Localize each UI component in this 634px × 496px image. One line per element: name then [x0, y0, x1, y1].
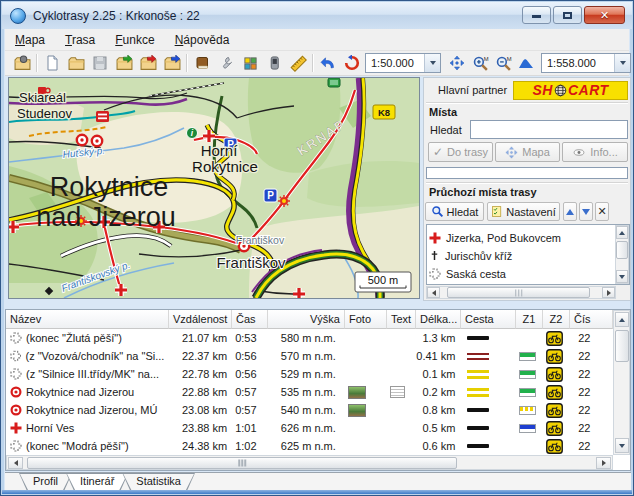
table-row[interactable]: (konec "Žlutá pěší") 21.07 km 0:53 580 m… — [6, 329, 613, 347]
close-button[interactable]: ✕ — [584, 6, 625, 24]
map-scale-indicator: 500 m — [355, 272, 411, 292]
col-vzdalenost[interactable]: Vzdálenost — [169, 310, 232, 329]
map-scale-combo[interactable]: 1:50.000 — [365, 53, 441, 73]
combo-arrow-icon[interactable] — [614, 54, 630, 72]
list-item[interactable]: Jizerka, Pod Bukovcem — [429, 229, 561, 246]
tab-itinerar[interactable]: Itinerář — [66, 473, 128, 491]
table-row[interactable]: Rokytnice nad Jizerou, MÚ 23.08 km 0:57 … — [6, 401, 613, 419]
folder-arrow-blue-icon — [164, 55, 181, 72]
titlebar[interactable]: Cyklotrasy 2.25 : Krkonoše : 22 ✕ — [2, 2, 632, 29]
text-note-icon[interactable] — [390, 386, 405, 398]
toolbar-separator — [36, 54, 38, 72]
col-foto[interactable]: Foto — [345, 310, 387, 329]
col-text[interactable]: Text — [387, 310, 416, 329]
folder-arrow-green-icon — [116, 55, 133, 72]
open-archive-button[interactable] — [11, 52, 33, 74]
pan-button[interactable] — [446, 52, 468, 74]
open-route-button[interactable] — [65, 52, 87, 74]
scroll-thumb[interactable] — [27, 457, 457, 469]
col-cesta[interactable]: Cesta — [461, 310, 516, 329]
poi-geocache-icon — [328, 78, 340, 87]
col-cas[interactable]: Čas — [232, 310, 268, 329]
route-settings-button[interactable]: Nastavení — [487, 202, 560, 221]
map-canvas[interactable]: i P P K8 Skiareál Studenov Rokytnice — [9, 78, 419, 298]
undo-button[interactable] — [317, 52, 339, 74]
ruler-icon — [290, 55, 307, 72]
menu-trasa[interactable]: Trasa — [55, 30, 105, 50]
scroll-left-button[interactable] — [8, 457, 23, 469]
list-hscrollbar[interactable] — [426, 286, 616, 299]
settings-wrench-button[interactable] — [215, 52, 237, 74]
list-item[interactable]: Saská cesta — [429, 265, 506, 282]
table-row[interactable]: (konec "Modrá pěší") 24.38 km 1:02 625 m… — [6, 437, 613, 455]
route-search-button[interactable]: Hledat — [425, 202, 484, 221]
col-z1[interactable]: Z1 — [516, 310, 543, 329]
cross-icon — [429, 250, 440, 261]
legend-grid-button[interactable] — [239, 52, 261, 74]
scroll-thumb[interactable] — [447, 287, 590, 298]
col-delka[interactable]: Délka... — [416, 310, 461, 329]
scroll-thumb[interactable] — [615, 330, 629, 362]
scroll-up-button[interactable] — [616, 226, 628, 239]
tab-profil[interactable]: Profil — [19, 473, 72, 491]
scroll-down-button[interactable] — [615, 438, 629, 453]
table-row[interactable]: (z "Silnice III.třídy/MK" na... 22.78 km… — [6, 365, 613, 383]
new-route-button[interactable] — [41, 52, 63, 74]
save-route-button[interactable] — [89, 52, 111, 74]
combo-arrow-icon[interactable] — [424, 54, 440, 72]
table-vscrollbar[interactable] — [613, 310, 630, 455]
overview-scale-combo[interactable]: 1:558.000 — [541, 53, 631, 73]
scroll-right-button[interactable] — [596, 457, 611, 469]
col-z2[interactable]: Z2 — [543, 310, 570, 329]
places-search-input[interactable] — [470, 120, 628, 139]
list-item[interactable]: Nad Mýtem, Polubný — [429, 282, 543, 285]
road-type-icon — [467, 408, 489, 412]
table-row[interactable]: Rokytnice nad Jizerou 22.88 km 0:57 535 … — [6, 383, 613, 401]
list-vscrollbar[interactable] — [615, 225, 629, 284]
profile-button[interactable] — [515, 52, 537, 74]
list-item[interactable]: Jurischův kříž — [429, 247, 512, 264]
svg-text:500 m: 500 m — [368, 274, 399, 286]
photo-thumbnail[interactable] — [348, 386, 366, 399]
zoom-out-button[interactable]: M — [492, 52, 514, 74]
table-row[interactable]: (z "Vozová/chodník" na "Si... 22.37 km 0… — [6, 347, 613, 365]
scroll-down-button[interactable] — [616, 270, 628, 283]
col-vyska[interactable]: Výška — [268, 310, 345, 329]
menu-funkce[interactable]: Funkce — [105, 30, 164, 50]
minimize-button[interactable] — [522, 6, 551, 24]
menu-mapa[interactable]: Mapa — [5, 30, 55, 50]
delete-point-button[interactable]: ✕ — [595, 202, 609, 221]
menu-napoveda[interactable]: Nápověda — [165, 30, 240, 50]
maximize-button[interactable] — [553, 6, 582, 24]
import-blue-button[interactable] — [161, 52, 183, 74]
table-row[interactable]: Horní Ves 23.88 km 1:01 626 m n.m. 0.5 k… — [6, 419, 613, 437]
scroll-right-button[interactable] — [602, 287, 615, 298]
svg-text:K8: K8 — [378, 107, 390, 118]
import-red-button[interactable] — [137, 52, 159, 74]
map-panel: i P P K8 Skiareál Studenov Rokytnice — [8, 77, 420, 299]
move-down-button[interactable] — [579, 202, 593, 221]
bike-route-badge — [546, 367, 563, 382]
bike-route-badge — [546, 421, 563, 436]
road-type-icon — [467, 370, 489, 379]
to-route-button[interactable]: ✓ Do trasy — [428, 142, 493, 162]
up-arrow-icon — [566, 209, 574, 215]
col-nazev[interactable]: Název — [6, 310, 169, 329]
redo-button[interactable] — [341, 52, 363, 74]
col-cis[interactable]: Čís — [570, 310, 613, 329]
show-on-map-button[interactable]: Mapa — [495, 142, 560, 162]
legend-book-button[interactable] — [191, 52, 213, 74]
zoom-in-button[interactable]: M — [469, 52, 491, 74]
photo-thumbnail[interactable] — [348, 404, 366, 417]
move-up-button[interactable] — [563, 202, 577, 221]
zoom-in-icon: M — [472, 55, 489, 72]
scroll-up-button[interactable] — [615, 312, 629, 327]
measure-button[interactable] — [287, 52, 309, 74]
scroll-thumb[interactable] — [616, 241, 628, 259]
table-hscrollbar[interactable] — [6, 455, 613, 470]
scroll-left-button[interactable] — [427, 287, 440, 298]
gps-button[interactable] — [263, 52, 285, 74]
tab-statistika[interactable]: Statistika — [122, 473, 195, 491]
import-green-button[interactable] — [113, 52, 135, 74]
info-button[interactable]: Info... — [562, 142, 628, 162]
